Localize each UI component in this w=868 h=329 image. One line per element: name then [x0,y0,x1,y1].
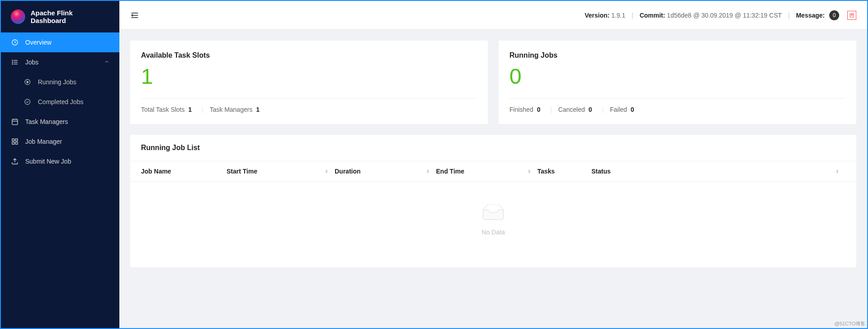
sidebar-item-submit-new-job[interactable]: Submit New Job [1,151,119,171]
total-slots-value: 1 [188,106,192,113]
sort-icon: ▲▼ [836,169,839,174]
empty-state: No Data [130,182,856,267]
sidebar-subitem-running-jobs[interactable]: Running Jobs [1,72,119,92]
logo-area: Apache Flink Dashboard [1,1,119,32]
schedule-icon [11,118,19,125]
column-label: Tasks [537,168,555,175]
upload-icon [11,158,19,165]
svg-point-9 [25,99,30,105]
sidebar-item-label: Overview [25,39,51,46]
card-subline: Finished 0 | Canceled 0 | Failed 0 [509,98,845,113]
sidebar-item-job-manager[interactable]: Job Manager [1,132,119,151]
running-jobs-value: 0 [509,66,845,87]
main-content: Version: 1.9.1 | Commit: 1d56de8 @ 30.09… [119,1,867,328]
card-available-task-slots: Available Task Slots 1 Total Task Slots … [130,41,488,124]
check-circle-icon [23,99,32,105]
svg-point-5 [12,62,13,62]
svg-rect-14 [12,139,14,141]
svg-rect-10 [12,119,18,125]
canceled-value: 0 [589,106,592,113]
sidebar-item-task-managers[interactable]: Task Managers [1,112,119,132]
topbar-info: Version: 1.9.1 | Commit: 1d56de8 @ 30.09… [585,10,856,20]
divider: | [550,106,552,113]
task-managers-value: 1 [256,106,259,113]
column-label: Status [591,168,611,175]
app-title: Apache Flink Dashboard [31,9,109,24]
column-header-start-time[interactable]: Start Time ▲▼ [227,168,335,175]
table-title: Running Job List [130,135,856,161]
column-label: Start Time [227,168,257,175]
total-slots-label: Total Task Slots [141,106,185,113]
sidebar-item-label: Job Manager [25,138,62,145]
empty-box-icon [479,204,508,222]
config-button[interactable] [847,11,856,20]
column-header-tasks[interactable]: Tasks [537,168,591,175]
divider: | [602,106,604,113]
message-count-badge[interactable]: 0 [829,10,839,20]
commit-label: Commit: [640,12,665,19]
table-header-row: Job Name Start Time ▲▼ Duration ▲▼ End T… [130,161,856,182]
canceled-label: Canceled [558,106,585,113]
svg-point-4 [12,60,13,60]
sidebar-subitem-label: Running Jobs [38,78,77,86]
task-managers-label: Task Managers [209,106,252,113]
column-label: Job Name [141,168,171,175]
divider: | [632,12,633,19]
sort-icon: ▲▼ [426,169,430,174]
available-slots-value: 1 [141,66,477,87]
column-label: Duration [335,168,361,175]
sidebar-collapse-button[interactable] [130,10,140,20]
watermark: @51CTO博客 [835,320,865,327]
sidebar-subitem-label: Completed Jobs [38,98,83,105]
empty-text: No Data [482,228,504,236]
summary-cards: Available Task Slots 1 Total Task Slots … [130,41,856,124]
sidebar: Apache Flink Dashboard Overview Jobs [1,1,119,328]
topbar: Version: 1.9.1 | Commit: 1d56de8 @ 30.09… [119,1,867,30]
sidebar-item-label: Task Managers [25,118,68,125]
commit-value: 1d56de8 @ 30.09.2019 @ 11:32:19 CST [667,12,782,19]
column-header-duration[interactable]: Duration ▲▼ [335,168,436,175]
finished-label: Finished [509,106,533,113]
chevron-up-icon [104,59,109,66]
version-value: 1.9.1 [611,12,625,19]
finished-value: 0 [537,106,541,113]
running-job-list-card: Running Job List Job Name Start Time ▲▼ … [130,135,856,267]
column-header-status[interactable]: Status ▲▼ [591,168,845,175]
divider: | [788,12,790,19]
flag-icon [849,13,854,18]
failed-label: Failed [610,106,627,113]
svg-rect-15 [15,139,18,141]
dashboard-icon [11,39,19,46]
play-circle-icon [23,79,32,85]
version-label: Version: [585,12,609,19]
flink-logo-icon [11,9,25,24]
menu-fold-icon [130,11,139,20]
divider: | [202,106,204,113]
sidebar-item-jobs[interactable]: Jobs [1,52,119,72]
failed-value: 0 [631,106,634,113]
column-label: End Time [436,168,464,175]
svg-rect-16 [12,142,14,144]
card-subline: Total Task Slots 1 | Task Managers 1 [141,98,477,113]
sidebar-item-overview[interactable]: Overview [1,32,119,52]
svg-point-6 [12,64,13,64]
svg-marker-8 [27,81,29,83]
sidebar-item-label: Submit New Job [25,158,71,165]
card-running-jobs: Running Jobs 0 Finished 0 | Canceled 0 |… [499,41,856,124]
column-header-end-time[interactable]: End Time ▲▼ [436,168,537,175]
card-title: Available Task Slots [141,51,477,59]
column-header-job-name[interactable]: Job Name [141,168,227,175]
list-icon [11,59,19,66]
sidebar-item-label: Jobs [25,59,39,66]
sidebar-nav: Overview Jobs Running Jobs [1,32,119,171]
sort-icon: ▲▼ [325,169,328,174]
svg-rect-17 [15,142,18,144]
sidebar-subitem-completed-jobs[interactable]: Completed Jobs [1,92,119,112]
message-label: Message: [796,12,825,19]
sort-icon: ▲▼ [527,169,531,174]
build-icon [11,138,19,145]
content: Available Task Slots 1 Total Task Slots … [119,30,867,278]
card-title: Running Jobs [509,51,845,59]
